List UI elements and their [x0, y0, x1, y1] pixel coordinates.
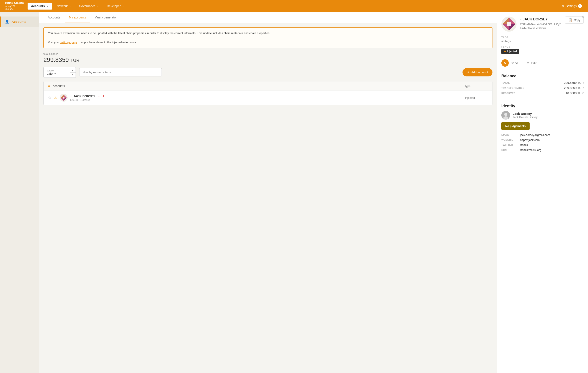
add-account-label: Add account	[471, 71, 488, 74]
balance-unit: TUR	[71, 58, 79, 63]
close-button[interactable]: ✕	[582, 15, 585, 20]
brand-network: turing/282	[5, 5, 24, 8]
brand-block: #94,364	[5, 8, 24, 11]
injected-badge: Injected	[501, 49, 519, 54]
sidebar-item-label: Accounts	[11, 20, 26, 23]
brand-info: Turing Staging turing/282 #94,364	[3, 1, 27, 11]
copy-icon: 📋	[568, 18, 573, 22]
settings-badge: 1	[578, 4, 582, 8]
identity-panel: Identity Jack Dorsey Jack Patrick Dorsey…	[497, 100, 588, 157]
warning-banner: You have 1 extension that needs to be up…	[43, 27, 493, 48]
accounts-nav-button[interactable]: Accounts ▼	[28, 3, 52, 10]
network-nav-button[interactable]: Network ▼	[53, 3, 74, 10]
accounts-icon: 👤	[5, 20, 9, 24]
table-header-dot-icon: ●	[48, 84, 50, 88]
settings-gear-icon: ⚙	[562, 4, 564, 8]
account-address: 674RmE...dfhhub	[70, 99, 462, 102]
email-field-row: EMAIL jack.dorsey@gmail.com	[501, 133, 584, 136]
add-icon: ＋	[467, 70, 470, 74]
sidebar-item-accounts[interactable]: 👤 Accounts	[0, 17, 39, 27]
panel-header: – JACK DORSEY 674RmEbAtwoduV3YKvPDKSz4 9…	[497, 12, 588, 36]
subtabs: Accounts My accounts Vanity generator	[39, 12, 497, 23]
governance-nav-button[interactable]: Governance ▼	[75, 3, 103, 10]
website-field-row: WEBSITE https://jack.com	[501, 138, 584, 142]
balance-panel-title: Balance	[501, 74, 584, 78]
riot-field-row: RIOT @jack:matrix.org	[501, 148, 584, 152]
no-judgements-label: No judgements	[505, 124, 526, 128]
add-account-button[interactable]: ＋ Add account	[462, 68, 493, 76]
balance-reserved-label: RESERVED	[501, 92, 515, 94]
developer-nav-button[interactable]: Developer ▼	[103, 3, 128, 10]
twitter-field-row: TWITTER @jack	[501, 143, 584, 146]
arrow-icon: ←	[97, 94, 101, 99]
balance-amount: 299.8359 TUR	[43, 56, 493, 63]
send-label: Send	[511, 61, 518, 65]
balance-label: total balance	[43, 52, 493, 56]
identity-display-name: Jack Dorsey	[513, 112, 538, 115]
flags-label: FLAGS	[501, 45, 584, 48]
tab-my-accounts[interactable]: My accounts	[65, 12, 91, 23]
warning-text-1: You have 1 extension that needs to be up…	[48, 31, 193, 35]
settings-nav-label: Settings	[566, 4, 577, 8]
warning-icon: ⚠	[54, 96, 57, 100]
balance-panel: Balance TOTAL 299.8359 TUR TRANSFERRABLE…	[497, 70, 588, 100]
tab-accounts[interactable]: Accounts	[43, 12, 65, 23]
panel-dot-icon: –	[520, 18, 521, 21]
top-navigation: Turing Staging turing/282 #94,364 Accoun…	[0, 0, 588, 12]
settings-page-link[interactable]: settings page	[60, 41, 77, 44]
tags-value: no tags	[501, 40, 584, 43]
svg-point-15	[504, 113, 507, 116]
sort-value: date	[47, 72, 52, 75]
send-icon: ➤	[501, 59, 509, 67]
riot-value: @jack:matrix.org	[520, 148, 541, 152]
email-label: EMAIL	[501, 133, 516, 136]
svg-rect-6	[63, 97, 64, 99]
warning-text-2: to. This update includes chain metadata …	[193, 31, 270, 35]
svg-rect-13	[507, 22, 511, 26]
twitter-value: @jack	[520, 143, 528, 146]
balance-transferrable-label: TRANSFERRABLE	[501, 87, 524, 89]
sort-chevron-icon: ▼	[54, 72, 56, 75]
warning-visit-text: Visit your	[48, 41, 60, 44]
network-nav-label: Network	[56, 4, 68, 8]
sidebar: 👤 Accounts	[0, 12, 39, 373]
panel-account-name: JACK DORSEY	[523, 17, 548, 21]
identity-avatar	[501, 111, 510, 120]
website-label: WEBSITE	[501, 138, 516, 142]
edit-label: Edit	[531, 61, 536, 65]
table-header-type: type	[465, 84, 471, 88]
table-header-title: accounts	[53, 84, 463, 88]
sort-arrow-down[interactable]: ▼	[70, 73, 75, 76]
tab-vanity-generator[interactable]: Vanity generator	[90, 12, 121, 23]
accounts-table: ● accounts type ☆ ⚠	[43, 81, 493, 105]
star-icon[interactable]: ☆	[48, 95, 52, 100]
injected-dot-icon	[504, 51, 506, 52]
row-index: 1	[103, 94, 105, 98]
brand-staging: Turing Staging	[5, 1, 24, 5]
sort-label: sort by	[47, 69, 67, 72]
tags-label: TAGS	[501, 36, 584, 39]
table-row[interactable]: ☆ ⚠ – JACK DORSEY	[44, 91, 492, 105]
filter-input[interactable]	[79, 68, 162, 76]
settings-nav-button[interactable]: ⚙ Settings 1	[558, 2, 585, 10]
twitter-label: TWITTER	[501, 143, 516, 146]
flags-section: FLAGS Injected	[497, 45, 588, 58]
balance-reserved-value: 10.0000 TUR	[566, 91, 584, 95]
table-header: ● accounts type	[44, 82, 492, 91]
balance-transferrable-row: TRANSFERRABLE 289.8359 TUR	[501, 86, 584, 90]
balance-total-value: 299.8359 TUR	[564, 81, 584, 84]
riot-label: RIOT	[501, 148, 516, 152]
send-button[interactable]: ➤ Send	[501, 59, 518, 67]
edit-button[interactable]: ✏ Edit	[527, 61, 536, 65]
copy-button[interactable]: 📋 Copy	[565, 17, 584, 24]
governance-nav-label: Governance	[79, 4, 95, 8]
main-content: Accounts My accounts Vanity generator Yo…	[39, 12, 497, 373]
tags-section: TAGS no tags	[497, 36, 588, 45]
website-value: https://jack.com	[520, 138, 540, 142]
balance-transferrable-value: 289.8359 TUR	[564, 86, 584, 90]
balance-number: 299.8359	[43, 56, 69, 63]
sort-arrow-up[interactable]: ▲	[70, 68, 75, 73]
edit-icon: ✏	[527, 61, 530, 65]
no-judgements-button[interactable]: No judgements	[501, 122, 530, 130]
right-panel: ✕ – JACK DORSEY 674RmEbAtwo	[497, 12, 588, 373]
